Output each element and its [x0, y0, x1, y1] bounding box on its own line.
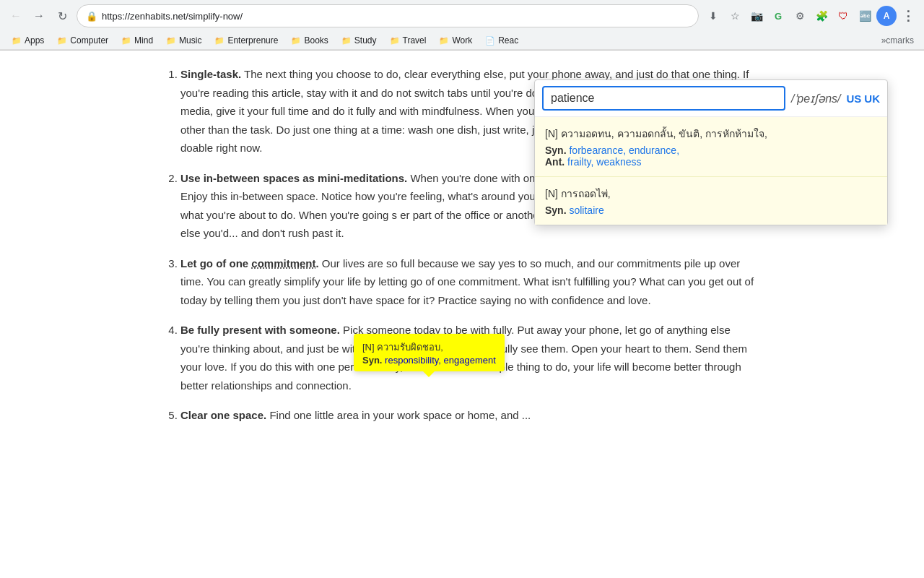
tooltip-syn-line: Syn. responsibility, engagement	[362, 355, 496, 366]
dict-result-2-syn-text: solitaire	[569, 204, 603, 216]
bookmark-computer-label: Computer	[70, 35, 108, 46]
bookmark-music-label: Music	[179, 35, 201, 46]
star-icon[interactable]: ☆	[725, 6, 745, 26]
list-item: Let go of one commitment. Our lives are …	[180, 254, 758, 310]
dict-phonetic: /ˈpeɪʃəns/	[791, 92, 841, 105]
bookmark-reac[interactable]: 📄 Reac	[479, 33, 524, 48]
bookmark-enterprenure[interactable]: 📁 Enterprenure	[209, 33, 284, 48]
dict-result-item: [N] ความอดทน, ความอดกลั้น, ขันติ, การหัก…	[535, 117, 887, 177]
bookmark-study-label: Study	[354, 35, 377, 46]
tooltip-syn-label: Syn.	[362, 355, 382, 366]
dict-search-input[interactable]	[542, 86, 785, 111]
commitment-word[interactable]: commitment	[251, 257, 315, 269]
bookmark-books[interactable]: 📁 Books	[285, 33, 334, 48]
bookmark-study[interactable]: 📁 Study	[336, 33, 383, 48]
dict-result-2-thai: [N] การถอดไพ่,	[545, 186, 877, 202]
item-5-text: Find one little area in your work space …	[269, 409, 531, 421]
bookmark-travel[interactable]: 📁 Travel	[384, 33, 432, 48]
folder-icon: 📁	[390, 36, 400, 46]
item-2-bold: Use in-between spaces as mini-meditation…	[180, 172, 407, 184]
vpn-icon[interactable]: 🛡	[833, 6, 853, 26]
address-bar-input[interactable]	[102, 11, 689, 22]
browser-chrome: ← → ↻ 🔒 ⬇ ☆ 📷 G ⚙ 🧩 🛡 🔤 A ⋮ 📁 Apps 📁	[0, 0, 924, 51]
toolbar-icons: ⬇ ☆ 📷 G ⚙ 🧩 🛡 🔤 A ⋮	[703, 6, 918, 26]
reload-button[interactable]: ↻	[52, 6, 72, 26]
bookmark-mind-label: Mind	[134, 35, 153, 46]
screenshot-icon[interactable]: 📷	[746, 6, 767, 26]
bookmark-computer[interactable]: 📁 Computer	[51, 33, 114, 48]
folder-icon: 📁	[121, 36, 131, 46]
bookmark-work-label: Work	[452, 35, 472, 46]
item-3-bold: Let go of one commitment.	[180, 257, 319, 269]
translate-icon[interactable]: G	[768, 6, 788, 26]
bookmark-work[interactable]: 📁 Work	[433, 33, 478, 48]
dict-lang-us[interactable]: US	[846, 92, 861, 105]
folder-icon: 📁	[291, 36, 301, 46]
bookmark-reac-label: Reac	[498, 35, 518, 46]
folder-icon: 📁	[57, 36, 67, 46]
dict-lang-btns: US UK	[846, 92, 880, 105]
dict-search-row: /ˈpeɪʃəns/ US UK	[535, 80, 887, 117]
dict-result-1-syn-label: Syn.	[545, 144, 567, 156]
bookmark-mind[interactable]: 📁 Mind	[116, 33, 159, 48]
dict-result-2-thai-text: การถอดไพ่,	[561, 188, 611, 199]
extension-icon-1[interactable]: 🧩	[811, 6, 832, 26]
dictionary-popup: /ˈpeɪʃəns/ US UK [N] ความอดทน, ความอดกลั…	[534, 79, 888, 225]
back-button[interactable]: ←	[6, 6, 26, 26]
dict-result-1-thai: [N] ความอดทน, ความอดกลั้น, ขันติ, การหัก…	[545, 126, 877, 142]
dict-result-2-pos: [N]	[545, 188, 558, 199]
dict-result-1-ant-text: frailty, weakness	[567, 156, 641, 168]
page-icon: 📄	[485, 36, 495, 46]
folder-icon: 📁	[12, 36, 22, 46]
folder-icon: 📁	[439, 36, 449, 46]
dict-result-1-thai-text: ความอดทน, ความอดกลั้น, ขันติ, การหักห้าม…	[561, 128, 767, 139]
dict-result-2-syn: Syn. solitaire	[545, 204, 877, 216]
settings-icon[interactable]: ⚙	[790, 6, 810, 26]
dict-result-2-syn-label: Syn.	[545, 204, 567, 216]
bookmark-travel-label: Travel	[403, 35, 427, 46]
page-content: Single-task. The next thing you choose t…	[0, 51, 924, 574]
bookmark-apps[interactable]: 📁 Apps	[6, 33, 50, 48]
bookmarks-bar: 📁 Apps 📁 Computer 📁 Mind 📁 Music 📁 Enter…	[0, 32, 924, 50]
dict-lang-uk[interactable]: UK	[864, 92, 880, 105]
dict-result-1-pos: [N]	[545, 128, 558, 139]
folder-icon: 📁	[214, 36, 225, 46]
bookmarks-more[interactable]: »cmarks	[877, 33, 918, 48]
dict-result-item: [N] การถอดไพ่, Syn. solitaire	[535, 177, 887, 225]
word-tooltip: [N] ความรับผิดชอบ, Syn. responsibility, …	[354, 334, 505, 371]
profile-avatar[interactable]: A	[876, 6, 897, 26]
dict-result-1-ant-label: Ant.	[545, 156, 565, 168]
tooltip-pos: [N]	[362, 342, 375, 353]
nav-buttons: ← → ↻	[6, 6, 72, 26]
bookmark-books-label: Books	[304, 35, 328, 46]
list-item: Clear one space. Find one little area in…	[180, 406, 758, 425]
bookmark-music[interactable]: 📁 Music	[160, 33, 207, 48]
lock-icon: 🔒	[86, 11, 97, 22]
folder-icon: 📁	[341, 36, 352, 46]
extension-icon-2[interactable]: 🔤	[855, 6, 875, 26]
item-5-bold: Clear one space.	[180, 409, 266, 421]
save-page-icon[interactable]: ⬇	[703, 6, 723, 26]
menu-icon[interactable]: ⋮	[898, 6, 918, 26]
bookmark-enterprenure-label: Enterprenure	[227, 35, 278, 46]
dict-result-1-syn: Syn. forbearance, endurance,	[545, 144, 877, 156]
item-1-bold: Single-task.	[180, 68, 241, 80]
forward-button[interactable]: →	[29, 6, 49, 26]
tooltip-syn-text: responsibility, engagement	[385, 355, 496, 366]
bookmark-apps-label: Apps	[25, 35, 44, 46]
dict-result-1-syn-text: forbearance, endurance,	[569, 144, 679, 156]
dict-result-1-ant: Ant. frailty, weakness	[545, 156, 877, 168]
tooltip-thai-line: [N] ความรับผิดชอบ,	[362, 340, 496, 355]
dict-results: [N] ความอดทน, ความอดกลั้น, ขันติ, การหัก…	[535, 117, 887, 225]
address-bar-container: 🔒	[77, 4, 699, 27]
tooltip-thai-words: ความรับผิดชอบ,	[377, 342, 443, 353]
item-4-bold: Be fully present with someone.	[180, 324, 340, 336]
browser-toolbar: ← → ↻ 🔒 ⬇ ☆ 📷 G ⚙ 🧩 🛡 🔤 A ⋮	[0, 0, 924, 32]
folder-icon: 📁	[166, 36, 176, 46]
